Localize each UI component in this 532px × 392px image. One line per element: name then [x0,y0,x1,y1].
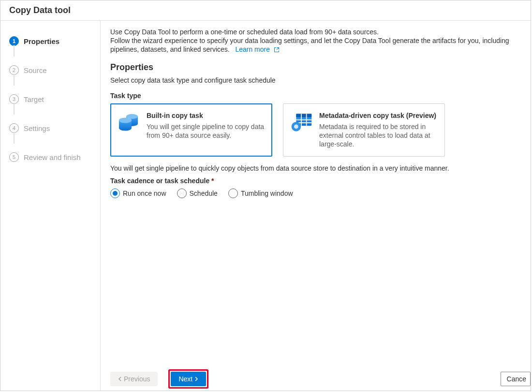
step-label: Source [24,66,47,74]
step-label: Target [24,95,44,103]
step-settings[interactable]: 4 Settings [9,114,100,143]
step-badge: 5 [9,152,19,162]
radio-label: Tumbling window [241,189,293,197]
step-badge: 2 [9,65,19,75]
main-panel: Use Copy Data Tool to perform a one-time… [101,21,531,391]
radio-tumbling-window[interactable]: Tumbling window [228,189,293,198]
step-source[interactable]: 2 Source [9,56,100,85]
card-title: Built-in copy task [147,112,265,119]
card-title: Metadata-driven copy task (Preview) [319,112,438,119]
step-label: Review and finish [24,153,81,161]
radio-label: Run once now [123,189,166,197]
required-asterisk: * [211,177,214,185]
task-type-label: Task type [110,92,521,100]
chevron-right-icon [194,377,198,381]
svg-point-3 [119,118,132,123]
learn-more-link[interactable]: Learn more [235,45,279,53]
radio-label: Schedule [190,189,218,197]
selected-card-description: You will get single pipeline to quickly … [110,164,521,172]
step-badge: 1 [9,36,19,46]
radio-indicator [228,189,238,198]
task-type-cards: Built-in copy task You will get single p… [110,103,521,157]
step-label: Properties [24,37,59,45]
section-title: Properties [110,62,521,73]
card-metadata-driven-copy-task[interactable]: Metadata-driven copy task (Preview) Meta… [283,103,445,157]
previous-button[interactable]: Previous [110,372,158,386]
card-desc: You will get single pipeline to copy dat… [147,122,265,140]
next-button[interactable]: Next [171,372,206,386]
highlight-box: Next [168,369,208,389]
cadence-radio-group: Run once now Schedule Tumbling window [110,189,521,198]
intro-line-1: Use Copy Data Tool to perform a one-time… [110,28,521,36]
radio-schedule[interactable]: Schedule [177,189,218,198]
step-review[interactable]: 5 Review and finish [9,143,100,172]
step-badge: 3 [9,94,19,104]
cadence-label: Task cadence or task schedule * [110,177,521,185]
card-desc: Metadata is required to be stored in ext… [319,122,438,148]
metadata-table-icon [290,112,312,148]
step-label: Settings [24,124,50,132]
step-properties[interactable]: 1 Properties [9,27,100,56]
cancel-button[interactable]: Cance [501,372,531,386]
card-builtin-copy-task[interactable]: Built-in copy task You will get single p… [110,103,272,157]
content: Use Copy Data Tool to perform a one-time… [101,21,531,367]
section-subtitle: Select copy data task type and configure… [110,76,521,84]
radio-indicator [110,189,120,198]
radio-indicator [177,189,187,198]
svg-point-11 [294,125,298,129]
intro-line-2-text: Follow the wizard experience to specify … [110,37,509,53]
step-badge: 4 [9,123,19,133]
page-title: Copy Data tool [0,0,531,21]
step-target[interactable]: 3 Target [9,85,100,114]
radio-run-once-now[interactable]: Run once now [110,189,166,198]
external-link-icon [274,47,280,53]
chevron-left-icon [118,377,122,381]
intro-line-2: Follow the wizard experience to specify … [110,36,521,54]
database-icon [118,112,140,148]
footer: Previous Next Cance [101,367,531,391]
body: 1 Properties 2 Source 3 Target 4 Setting… [0,21,531,391]
wizard-sidebar: 1 Properties 2 Source 3 Target 4 Setting… [0,21,101,391]
svg-rect-5 [296,114,311,117]
copy-data-tool-window: Copy Data tool 1 Properties 2 Source 3 T… [0,0,531,391]
